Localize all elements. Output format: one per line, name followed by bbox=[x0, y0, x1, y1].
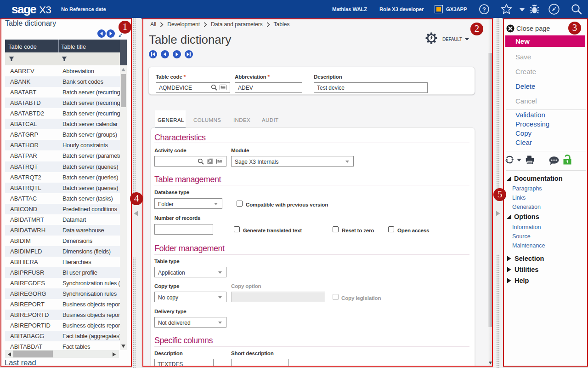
svg-text:?: ? bbox=[482, 6, 486, 13]
